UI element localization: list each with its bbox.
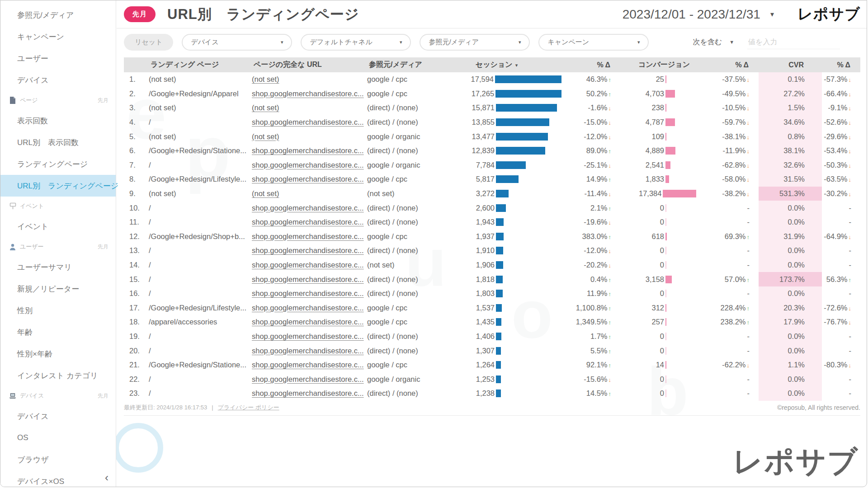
url-link[interactable]: shop.googlemerchandisestore.c... bbox=[252, 204, 364, 212]
sessions-cell: 1,264 bbox=[451, 361, 561, 369]
conversions-bar bbox=[665, 161, 670, 169]
filter-dropdown[interactable]: キャンペーン ▾ bbox=[538, 34, 649, 51]
match-condition-dropdown[interactable]: 次を含む ▼ bbox=[693, 38, 734, 47]
arrow-up-icon: ↑ bbox=[609, 362, 612, 369]
full-url-cell: (not set) bbox=[252, 103, 367, 112]
url-link[interactable]: shop.googlemerchandisestore.c... bbox=[252, 361, 364, 369]
source-medium-cell: (direct) / (none) bbox=[367, 389, 451, 398]
conversions-bar bbox=[663, 190, 696, 197]
cvr-cell: 0.0% bbox=[759, 386, 822, 401]
url-link[interactable]: shop.googlemerchandisestore.c... bbox=[252, 232, 364, 240]
source-medium-cell: google / organic bbox=[367, 375, 451, 384]
sidebar-item[interactable]: ブラウザ bbox=[0, 449, 116, 470]
url-link[interactable]: shop.googlemerchandisestore.c... bbox=[252, 261, 364, 269]
url-link[interactable]: shop.googlemerchandisestore.c... bbox=[252, 161, 364, 169]
sessions-cell: 1,818 bbox=[451, 275, 561, 284]
filter-dropdown-label: デフォルトチャネル bbox=[310, 38, 372, 47]
sidebar-item[interactable]: ユーザー bbox=[0, 47, 116, 69]
conversions-delta-cell: -38.2%↓ bbox=[696, 189, 759, 198]
url-link[interactable]: shop.googlemerchandisestore.c... bbox=[252, 246, 364, 254]
url-link[interactable]: (not set) bbox=[252, 132, 279, 141]
landing-page-cell: / bbox=[149, 261, 252, 269]
cvr-delta-cell: -9.1%↓ bbox=[822, 103, 860, 112]
sidebar-item[interactable]: URL別 表示回数 bbox=[0, 131, 116, 153]
sidebar-item[interactable]: 性別×年齢 bbox=[0, 343, 116, 365]
conversions-bar bbox=[665, 347, 666, 355]
sidebar-item[interactable]: デバイス×OS bbox=[0, 470, 116, 487]
url-link[interactable]: (not set) bbox=[252, 189, 279, 197]
sessions-delta-cell: 0.4%↑ bbox=[561, 275, 620, 284]
table-row: 18. /apparel/accessories shop.googlemerc… bbox=[124, 315, 860, 329]
url-link[interactable]: shop.googlemerchandisestore.c... bbox=[252, 304, 364, 312]
cvr-cell: 0.0% bbox=[759, 258, 822, 272]
sessions-bar bbox=[496, 276, 503, 283]
url-link[interactable]: shop.googlemerchandisestore.c... bbox=[252, 389, 364, 397]
arrow-down-icon: ↓ bbox=[849, 191, 852, 197]
url-link[interactable]: shop.googlemerchandisestore.c... bbox=[252, 347, 364, 355]
conversions-cell: 0 bbox=[620, 246, 696, 255]
sessions-bar bbox=[496, 318, 501, 326]
sidebar-collapse-button[interactable]: ‹ bbox=[105, 472, 108, 483]
row-number: 21. bbox=[124, 361, 149, 369]
sidebar-item[interactable]: デバイス bbox=[0, 69, 116, 91]
arrow-up-icon: ↑ bbox=[609, 390, 612, 397]
filter-value-input[interactable] bbox=[747, 35, 840, 49]
sidebar-item[interactable]: 性別 bbox=[0, 300, 116, 321]
report-header: 先月 URL別 ランディングページ 2023/12/01 - 2023/12/3… bbox=[117, 0, 867, 28]
row-number: 22. bbox=[124, 375, 149, 384]
sidebar-item[interactable]: 参照元/メディア bbox=[0, 4, 116, 26]
sidebar-item[interactable]: キャンペーン bbox=[0, 26, 116, 47]
cvr-cell: 31.9% bbox=[759, 230, 822, 244]
privacy-link[interactable]: プライバシー ポリシー bbox=[218, 404, 279, 412]
arrow-down-icon: ↓ bbox=[747, 105, 750, 112]
url-link[interactable]: shop.googlemerchandisestore.c... bbox=[252, 275, 364, 283]
sessions-bar bbox=[496, 389, 501, 397]
sidebar-item[interactable]: インタレスト カテゴリ bbox=[0, 365, 116, 386]
sidebar-item-label: 参照元/メディア bbox=[17, 10, 74, 20]
reset-button[interactable]: リセット bbox=[124, 34, 173, 51]
arrow-down-icon: ↓ bbox=[849, 234, 852, 240]
sidebar-item[interactable]: ランディングページ bbox=[0, 153, 116, 175]
sidebar-item[interactable]: デバイス bbox=[0, 405, 116, 427]
url-link[interactable]: shop.googlemerchandisestore.c... bbox=[252, 118, 364, 126]
url-link[interactable]: shop.googlemerchandisestore.c... bbox=[252, 289, 364, 297]
full-url-cell: shop.googlemerchandisestore.c... bbox=[252, 275, 367, 284]
url-link[interactable]: shop.googlemerchandisestore.c... bbox=[252, 175, 364, 183]
filter-dropdown[interactable]: 参照元/メディア ▾ bbox=[420, 34, 530, 51]
url-link[interactable]: shop.googlemerchandisestore.c... bbox=[252, 146, 364, 155]
row-number: 7. bbox=[124, 161, 149, 169]
sessions-cell: 2,600 bbox=[451, 204, 561, 212]
sessions-cell: 1,406 bbox=[451, 332, 561, 341]
conversions-cell: 2,541 bbox=[620, 161, 696, 169]
url-link[interactable]: shop.googlemerchandisestore.c... bbox=[252, 332, 364, 340]
conversions-delta-cell: - bbox=[696, 332, 759, 341]
filter-dropdown[interactable]: デバイス ▾ bbox=[182, 34, 292, 51]
full-url-cell: shop.googlemerchandisestore.c... bbox=[252, 175, 367, 183]
date-range-picker[interactable]: 2023/12/01 - 2023/12/31 ▾ bbox=[623, 7, 774, 22]
sidebar-item[interactable]: 新規／リピーター bbox=[0, 278, 116, 300]
url-link[interactable]: shop.googlemerchandisestore.c... bbox=[252, 218, 364, 226]
sessions-bar bbox=[496, 333, 501, 340]
sidebar-item[interactable]: 年齢 bbox=[0, 321, 116, 343]
url-link[interactable]: shop.googlemerchandisestore.c... bbox=[252, 89, 364, 98]
sidebar-item[interactable]: ユーザーサマリ bbox=[0, 256, 116, 278]
filter-dropdown[interactable]: デフォルトチャネル ▾ bbox=[301, 34, 411, 51]
url-link[interactable]: shop.googlemerchandisestore.c... bbox=[252, 318, 364, 326]
url-link[interactable]: shop.googlemerchandisestore.c... bbox=[252, 375, 364, 383]
sidebar-item[interactable]: URL別 ランディングページ bbox=[0, 175, 116, 197]
arrow-down-icon: ↓ bbox=[849, 134, 852, 141]
sessions-bar bbox=[496, 218, 504, 226]
sidebar-item[interactable]: OS bbox=[0, 427, 116, 449]
landing-page-cell: (not set) bbox=[149, 103, 252, 112]
sidebar-item[interactable]: イベント bbox=[0, 216, 116, 237]
row-number: 9. bbox=[124, 189, 149, 198]
source-medium-cell: (direct) / (none) bbox=[367, 275, 451, 284]
url-link[interactable]: (not set) bbox=[252, 75, 279, 83]
col-sessions-sort[interactable]: セッション▾ bbox=[451, 60, 561, 70]
row-number: 10. bbox=[124, 204, 149, 212]
sidebar-item[interactable]: 表示回数 bbox=[0, 110, 116, 131]
url-link[interactable]: (not set) bbox=[252, 103, 279, 112]
full-url-cell: shop.googlemerchandisestore.c... bbox=[252, 318, 367, 326]
landing-page-cell: /Google+Redesign/Lifestyle... bbox=[149, 304, 252, 312]
source-medium-cell: google / cpc bbox=[367, 361, 451, 369]
